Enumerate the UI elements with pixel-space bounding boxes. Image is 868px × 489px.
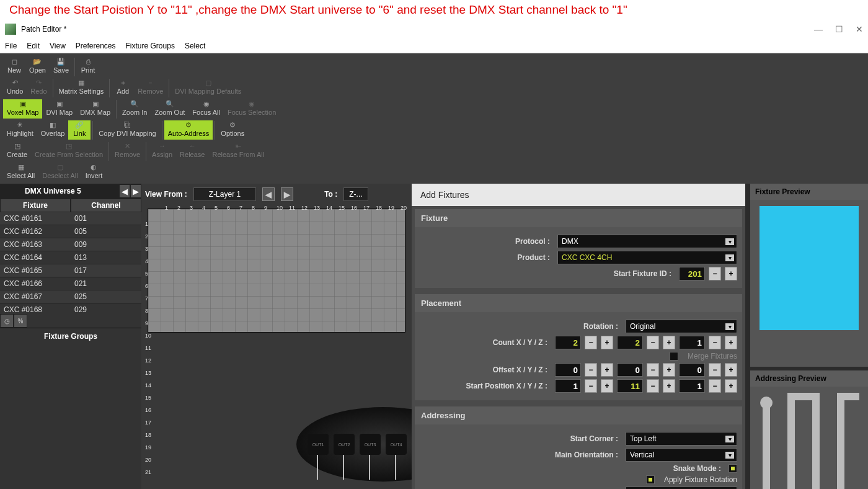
product-select[interactable]: CXC CXC 4CH [557, 251, 737, 264]
fg-btn-2[interactable]: % [14, 314, 27, 328]
save-button[interactable]: 💾Save [50, 57, 73, 76]
zoom-in-button[interactable]: 🔍Zoom In [118, 99, 151, 119]
offset-y-input[interactable] [617, 363, 643, 377]
create-button[interactable]: ◳Create [3, 141, 31, 161]
layer-prev[interactable]: ◀ [262, 187, 275, 201]
dmx-map-button[interactable]: ▣DMX Map [76, 99, 114, 119]
left-panel: DMX Universe 5 ◀▶ Fixture Channel CXC #0… [0, 184, 141, 489]
sfid-dec[interactable]: − [709, 267, 721, 280]
menu-preferences[interactable]: Preferences [76, 42, 116, 50]
table-row[interactable]: CXC #0163009 [0, 238, 141, 251]
instruction-text: Change the Start Poistion Y to "11" ,cha… [0, 0, 868, 20]
universe-next-button[interactable]: ▶ [130, 184, 141, 198]
addressing-section-title: Addressing [415, 406, 742, 424]
select-all-button[interactable]: ▦Select All [3, 163, 38, 182]
col-channel: Channel [71, 199, 141, 212]
dvi-map-button[interactable]: ▣DVI Map [42, 99, 76, 119]
menu-edit[interactable]: Edit [27, 42, 40, 50]
close-button[interactable]: ✕ [856, 24, 863, 34]
redo-button[interactable]: ↷Redo [27, 78, 50, 97]
merge-fixtures-check[interactable] [670, 352, 678, 361]
create-from-selection-button[interactable]: ◳Create From Selection [31, 141, 107, 161]
fixture-groups-title: Fixture Groups [0, 328, 141, 344]
snake-mode-check[interactable] [728, 464, 737, 473]
focus-selection-button[interactable]: ◉Focus Selection [224, 99, 280, 119]
main-orientation-select[interactable]: Vertical [626, 448, 737, 462]
app-icon [5, 24, 16, 35]
menu-file[interactable]: File [5, 42, 17, 50]
voxel-grid[interactable] [148, 209, 405, 333]
focus-all-button[interactable]: ◉Focus All [188, 99, 224, 119]
add-button[interactable]: ＋Add [112, 78, 134, 97]
undo-button[interactable]: ↶Undo [3, 78, 27, 97]
count-y-input[interactable] [617, 336, 643, 349]
start-pos-z-input[interactable] [679, 379, 705, 393]
count-x-input[interactable] [555, 336, 581, 349]
menu-select[interactable]: Select [185, 42, 205, 50]
fg-btn-1[interactable]: ◷ [0, 314, 14, 328]
print-button[interactable]: ⎙Print [77, 57, 99, 76]
universe-prev-button[interactable]: ◀ [119, 184, 130, 198]
title-bar: Patch Editor * — ☐ ✕ [0, 20, 868, 38]
addressing-preview-title: Addressing Preview [750, 370, 868, 387]
toolbar: ◻New 📂Open 💾Save ⎙Print ↶Undo ↷Redo ▦Mat… [0, 53, 868, 184]
matrix-settings-button[interactable]: ▦Matrix Settings [55, 78, 108, 97]
open-button[interactable]: 📂Open [25, 57, 50, 76]
addressing-preview [754, 390, 864, 490]
z-order-select[interactable]: Front To Back [626, 487, 737, 489]
overlap-button[interactable]: ◧Overlap [37, 120, 69, 140]
link-button[interactable]: 🔗Link [68, 120, 91, 140]
copy-dvi-button[interactable]: ⿻Copy DVI Mapping [95, 120, 159, 140]
window-title: Patch Editor * [21, 25, 66, 34]
placement-section-title: Placement [415, 294, 742, 312]
auto-address-button[interactable]: ⚙Auto-Address [164, 120, 213, 140]
menu-fixture-groups[interactable]: Fixture Groups [126, 42, 175, 50]
new-button[interactable]: ◻New [3, 57, 25, 76]
voxel-map-button[interactable]: ▣Voxel Map [3, 99, 42, 119]
table-row[interactable]: CXC #0168029 [0, 303, 141, 314]
rotation-select[interactable]: Original [626, 320, 737, 333]
fixture-preview [760, 206, 859, 330]
zoom-out-button[interactable]: 🔍Zoom Out [151, 99, 188, 119]
table-row[interactable]: CXC #0164013 [0, 251, 141, 264]
table-row[interactable]: CXC #0161001 [0, 212, 141, 225]
fg-remove-button[interactable]: ✕Remove [111, 141, 144, 161]
deselect-all-button[interactable]: ▢Deselect All [38, 163, 81, 182]
z-layer-select[interactable]: Z-Layer 1 [193, 187, 256, 201]
invert-button[interactable]: ◐Invert [82, 163, 107, 182]
start-pos-y-input[interactable] [617, 379, 643, 393]
menu-bar: File Edit View Preferences Fixture Group… [0, 38, 868, 53]
svg-rect-0 [148, 209, 405, 332]
menu-view[interactable]: View [50, 42, 66, 50]
options-button[interactable]: ⚙Options [217, 120, 248, 140]
assign-button[interactable]: →Assign [148, 141, 176, 161]
sfid-inc[interactable]: + [725, 267, 737, 280]
apply-rotation-check[interactable] [646, 475, 655, 484]
add-fixtures-panel: Add Fixtures Fixture Protocol :DMX Produ… [412, 184, 745, 489]
protocol-select[interactable]: DMX [557, 235, 737, 248]
highlight-button[interactable]: ☀Highlight [3, 120, 37, 140]
universe-label: DMX Universe 5 [25, 187, 81, 195]
start-pos-x-input[interactable] [555, 379, 581, 393]
remove-button[interactable]: －Remove [134, 78, 167, 97]
table-row[interactable]: CXC #0167025 [0, 290, 141, 303]
layer-next[interactable]: ▶ [281, 187, 293, 201]
release-all-button[interactable]: ⇤Release From All [208, 141, 268, 161]
table-row[interactable]: CXC #0166021 [0, 277, 141, 290]
maximize-button[interactable]: ☐ [835, 24, 843, 34]
offset-x-input[interactable] [555, 363, 581, 377]
device-image: OUT1 OUT2 OUT3 OUT4 OUT5 OUT6 [296, 407, 412, 482]
table-row[interactable]: CXC #0162005 [0, 225, 141, 238]
start-fixture-id-input[interactable] [679, 267, 705, 280]
offset-z-input[interactable] [679, 363, 705, 377]
dvi-defaults-button[interactable]: ▢DVI Mapping Defaults [171, 78, 245, 97]
release-button[interactable]: ←Release [176, 141, 208, 161]
count-z-input[interactable] [679, 336, 705, 349]
fixture-section-title: Fixture [415, 209, 742, 227]
z-layer-to-select[interactable]: Z-... [343, 187, 368, 201]
add-fixtures-title: Add Fixtures [412, 184, 745, 206]
minimize-button[interactable]: — [814, 24, 823, 34]
start-corner-select[interactable]: Top Left [626, 432, 737, 446]
col-fixture: Fixture [0, 199, 71, 212]
table-row[interactable]: CXC #0165017 [0, 264, 141, 277]
